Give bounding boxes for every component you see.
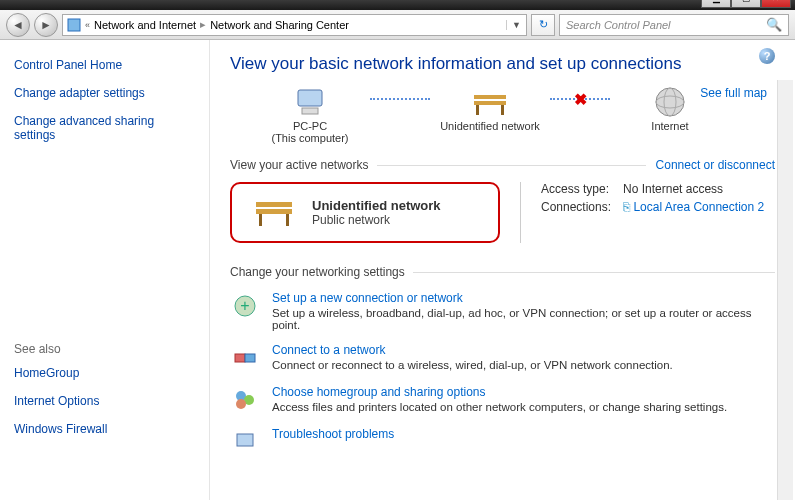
refresh-icon: ↻: [539, 18, 548, 31]
node-pc-label: PC-PC: [293, 120, 327, 132]
scrollbar[interactable]: [777, 80, 793, 500]
setting-title: Choose homegroup and sharing options: [272, 385, 485, 399]
setting-desc: Connect or reconnect to a wireless, wire…: [272, 359, 673, 371]
svg-rect-17: [245, 354, 255, 362]
back-button[interactable]: ◄: [6, 13, 30, 37]
computer-icon: [290, 84, 330, 120]
svg-rect-10: [256, 202, 292, 207]
sidebar-windows-firewall[interactable]: Windows Firewall: [14, 422, 195, 436]
active-network-box[interactable]: Unidentified network Public network: [230, 182, 500, 243]
globe-icon: [650, 84, 690, 120]
minimize-button[interactable]: ▁: [701, 0, 731, 8]
refresh-button[interactable]: ↻: [531, 14, 555, 36]
bench-icon: [470, 84, 510, 120]
breadcrumb-sep-icon: ▸: [200, 18, 206, 31]
svg-rect-21: [237, 434, 253, 446]
svg-rect-6: [501, 105, 504, 115]
connection-line: [370, 98, 430, 100]
change-settings-header: Change your networking settings: [230, 265, 405, 279]
setting-troubleshoot[interactable]: Troubleshoot problems: [230, 427, 775, 457]
active-networks-header: View your active networks: [230, 158, 369, 172]
close-button[interactable]: ✕: [761, 0, 791, 8]
breadcrumb-prefix: «: [85, 20, 90, 30]
help-icon[interactable]: ?: [759, 48, 775, 64]
node-unid-label: Unidentified network: [440, 120, 540, 132]
network-details: Access type: No Internet access Connecti…: [520, 182, 764, 243]
svg-point-7: [656, 88, 684, 116]
nic-icon: ⎘: [623, 200, 630, 214]
node-pc-sub: (This computer): [271, 132, 348, 144]
svg-rect-11: [256, 209, 292, 214]
setting-new-connection[interactable]: + Set up a new connection or networkSet …: [230, 291, 775, 331]
setting-homegroup-sharing[interactable]: Choose homegroup and sharing optionsAcce…: [230, 385, 775, 415]
troubleshoot-icon: [230, 427, 260, 457]
setting-desc: Set up a wireless, broadband, dial-up, a…: [272, 307, 775, 331]
sidebar-seealso-header: See also: [14, 342, 195, 356]
toolbar: ◄ ► « Network and Internet ▸ Network and…: [0, 10, 795, 40]
connection-link[interactable]: Local Area Connection 2: [633, 200, 764, 214]
svg-rect-3: [474, 95, 506, 99]
setting-desc: Access files and printers located on oth…: [272, 401, 727, 413]
node-this-computer[interactable]: PC-PC (This computer): [250, 84, 370, 144]
bench-icon: [252, 194, 296, 231]
setting-title: Set up a new connection or network: [272, 291, 463, 305]
svg-rect-1: [298, 90, 322, 106]
homegroup-icon: [230, 385, 260, 415]
search-placeholder: Search Control Panel: [566, 19, 671, 31]
page-title: View your basic network information and …: [230, 54, 775, 74]
svg-rect-4: [474, 101, 506, 105]
new-connection-icon: +: [230, 291, 260, 321]
node-unidentified[interactable]: Unidentified network: [430, 84, 550, 144]
control-panel-icon: [67, 18, 81, 32]
connect-network-icon: [230, 343, 260, 373]
svg-rect-16: [235, 354, 245, 362]
sidebar-change-advanced-sharing[interactable]: Change advanced sharing settings: [14, 114, 195, 142]
netbox-title: Unidentified network: [312, 198, 441, 213]
svg-text:+: +: [240, 297, 249, 314]
search-input[interactable]: Search Control Panel 🔍: [559, 14, 789, 36]
maximize-button[interactable]: ▢: [731, 0, 761, 8]
connect-disconnect-link[interactable]: Connect or disconnect: [656, 158, 775, 172]
svg-point-20: [236, 399, 246, 409]
titlebar: ▁ ▢ ✕: [0, 0, 795, 10]
network-map: PC-PC (This computer) Unidentified netwo…: [250, 84, 775, 144]
access-type-label: Access type:: [541, 182, 611, 196]
access-type-value: No Internet access: [623, 182, 764, 196]
node-internet[interactable]: Internet: [610, 84, 730, 144]
sidebar-internet-options[interactable]: Internet Options: [14, 394, 195, 408]
search-icon: 🔍: [766, 17, 782, 32]
address-dropdown-icon[interactable]: ▼: [506, 20, 522, 30]
svg-rect-12: [259, 214, 262, 226]
sidebar-control-panel-home[interactable]: Control Panel Home: [14, 58, 195, 72]
sidebar-homegroup[interactable]: HomeGroup: [14, 366, 195, 380]
forward-button[interactable]: ►: [34, 13, 58, 37]
address-bar[interactable]: « Network and Internet ▸ Network and Sha…: [62, 14, 527, 36]
setting-title: Connect to a network: [272, 343, 385, 357]
svg-rect-2: [302, 108, 318, 114]
sidebar-change-adapter[interactable]: Change adapter settings: [14, 86, 195, 100]
svg-rect-5: [476, 105, 479, 115]
main-content: ? View your basic network information an…: [210, 40, 795, 500]
connection-broken-icon: [550, 98, 610, 100]
svg-rect-0: [68, 19, 80, 31]
connections-label: Connections:: [541, 200, 611, 214]
netbox-subtitle: Public network: [312, 213, 441, 227]
breadcrumb-sharing-center[interactable]: Network and Sharing Center: [210, 19, 349, 31]
node-inet-label: Internet: [651, 120, 688, 132]
svg-rect-13: [286, 214, 289, 226]
breadcrumb-network-internet[interactable]: Network and Internet: [94, 19, 196, 31]
sidebar: Control Panel Home Change adapter settin…: [0, 40, 210, 500]
setting-connect-network[interactable]: Connect to a networkConnect or reconnect…: [230, 343, 775, 373]
setting-title: Troubleshoot problems: [272, 427, 394, 441]
